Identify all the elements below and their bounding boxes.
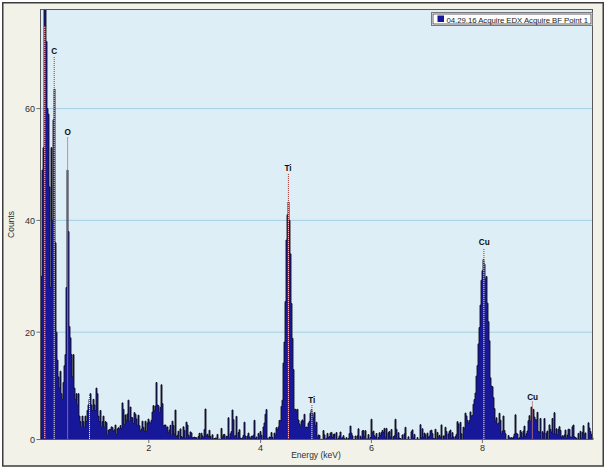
svg-text:6: 6 [369,443,374,453]
svg-text:Cu: Cu [479,238,490,247]
svg-text:Ti: Ti [308,396,315,405]
svg-text:Cu: Cu [527,393,538,402]
svg-text:Ti: Ti [284,164,291,173]
svg-text:Energy (keV): Energy (keV) [291,450,341,460]
svg-text:4: 4 [258,443,263,453]
svg-text:60: 60 [25,104,35,114]
svg-text:C: C [51,47,57,56]
svg-text:20: 20 [25,328,35,338]
svg-text:0: 0 [30,435,35,445]
svg-text:04.29.16 Acquire EDX Acquire B: 04.29.16 Acquire EDX Acquire BF Point 1 [447,16,589,25]
svg-text:O: O [65,128,72,137]
svg-text:40: 40 [25,216,35,226]
svg-text:Counts: Counts [6,211,16,238]
svg-text:2: 2 [146,443,151,453]
svg-text:8: 8 [480,443,485,453]
